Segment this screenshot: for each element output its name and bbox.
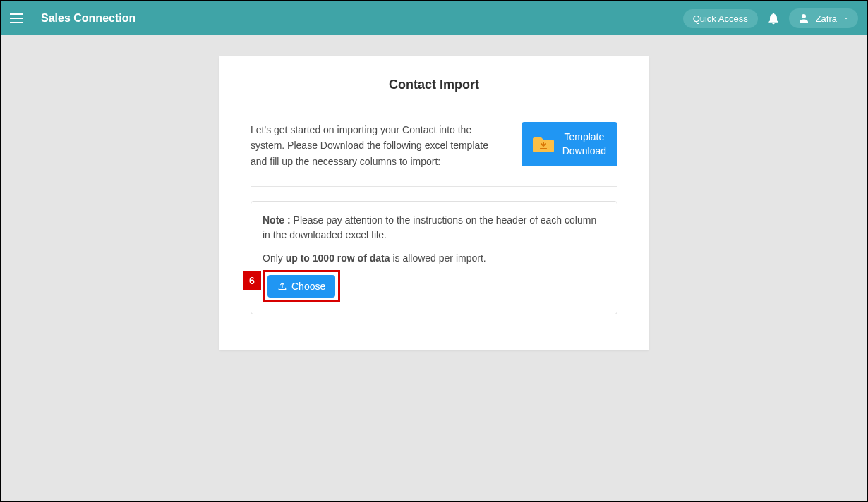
note-box: Note : Please pay attention to the instr… [251,201,617,314]
upload-icon [277,281,287,291]
header-left: Sales Connection [10,10,135,27]
card-title: Contact Import [251,78,617,92]
user-menu[interactable]: Zafra [789,8,858,28]
step-callout-badge: 6 [243,271,261,290]
note-text: Please pay attention to the instructions… [263,214,596,240]
choose-highlight-frame: Choose [263,270,340,302]
template-download-button[interactable]: Template Download [522,122,617,166]
only-suffix: is allowed per import. [390,252,486,264]
template-button-text: Template Download [562,130,606,158]
notifications-icon[interactable] [766,11,780,25]
user-name-label: Zafra [816,13,837,24]
folder-download-icon [533,135,554,154]
app-header: Sales Connection Quick Access Zafra [1,1,867,35]
user-avatar-icon [797,12,810,25]
note-label: Note : [263,214,291,226]
quick-access-button[interactable]: Quick Access [683,9,758,28]
header-right: Quick Access Zafra [683,8,858,28]
row-limit-bold: up to 1000 row of data [286,252,390,264]
svg-rect-1 [540,148,547,149]
svg-point-0 [802,14,806,18]
intro-section: Let's get started on importing your Cont… [251,122,617,187]
intro-text: Let's get started on importing your Cont… [251,122,505,169]
only-prefix: Only [263,252,286,264]
choose-row: 6 Choose [263,270,605,302]
main-content: Contact Import Let's get started on impo… [1,35,867,350]
import-card: Contact Import Let's get started on impo… [219,56,649,350]
app-title: Sales Connection [41,12,135,25]
choose-file-button[interactable]: Choose [267,275,335,298]
chevron-down-icon [843,15,850,22]
hamburger-menu-icon[interactable] [10,10,27,27]
